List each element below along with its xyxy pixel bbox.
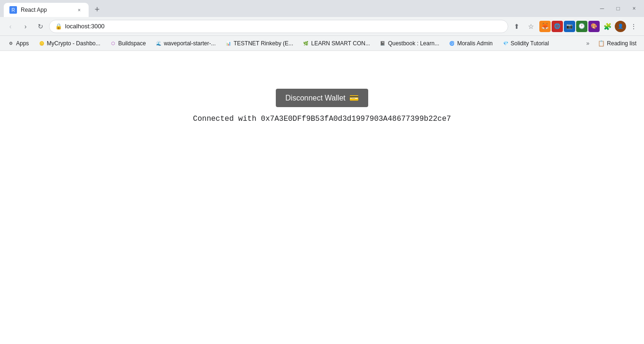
solidity-favicon: 💎	[502, 40, 509, 47]
address-bar[interactable]: 🔒 localhost:3000	[49, 20, 508, 33]
window-controls: ─ □ ×	[596, 2, 640, 15]
share-button[interactable]: ⬆	[510, 20, 523, 33]
more-bookmarks-button[interactable]: »	[584, 39, 593, 48]
nav-actions: ⬆ ☆	[510, 20, 537, 33]
ext5-icon[interactable]: 🎨	[588, 21, 600, 32]
connected-address-text: Connected with 0x7A3E0DFf9B53fA0d3d19979…	[193, 115, 451, 123]
bookmark-buildspace[interactable]: ⬡ Buildspace	[106, 39, 150, 48]
extensions-area: 🦊 🌐 📷 🕐 🎨 🧩 👤 ⋮	[539, 20, 640, 33]
metamask-extension[interactable]: 🦊	[539, 21, 551, 32]
browser-window: R React App × + ─ □ × ‹ › ↻ 🔒 localhost:…	[0, 0, 644, 344]
apps-favicon: ⚙	[8, 40, 14, 47]
buildspace-favicon: ⬡	[110, 40, 116, 47]
ext4-icon[interactable]: 🕐	[576, 21, 587, 32]
bookmark-solidity[interactable]: 💎 Solidity Tutorial	[498, 39, 553, 48]
title-bar: R React App × + ─ □ ×	[0, 0, 644, 17]
active-tab[interactable]: R React App ×	[4, 3, 89, 17]
reload-button[interactable]: ↻	[34, 20, 47, 33]
extensions-menu-button[interactable]: 🧩	[601, 20, 614, 33]
page-content: Disconnect Wallet 💳 Connected with 0x7A3…	[0, 51, 644, 344]
close-button[interactable]: ×	[628, 2, 640, 15]
bookmark-moralis[interactable]: 🌀 Moralis Admin	[445, 39, 496, 48]
forward-button[interactable]: ›	[19, 20, 32, 33]
bookmark-mycrypto[interactable]: 🪙 MyCrypto - Dashbo...	[34, 39, 104, 48]
tab-area: R React App × +	[4, 0, 594, 17]
bookmark-waveportal[interactable]: 🌊 waveportal-starter-...	[151, 39, 219, 48]
bookmark-waveportal-label: waveportal-starter-...	[164, 40, 215, 47]
bookmark-apps[interactable]: ⚙ Apps	[4, 39, 33, 48]
questbook-favicon: 📓	[380, 40, 386, 47]
bookmark-moralis-label: Moralis Admin	[457, 40, 493, 47]
tab-close-button[interactable]: ×	[75, 6, 83, 14]
tab-title: React App	[21, 7, 72, 13]
bookmark-solidity-label: Solidity Tutorial	[511, 40, 549, 47]
reading-list-label: Reading list	[607, 40, 636, 47]
nav-bar: ‹ › ↻ 🔒 localhost:3000 ⬆ ☆ 🦊 🌐 📷 🕐 🎨 🧩 👤…	[0, 17, 644, 36]
lock-icon: 🔒	[55, 23, 62, 30]
learn-smart-favicon: 🌿	[303, 40, 309, 47]
new-tab-button[interactable]: +	[91, 3, 104, 16]
moralis-favicon: 🌀	[449, 40, 455, 47]
profile-avatar[interactable]: 👤	[615, 21, 626, 32]
bookmark-learn-smart[interactable]: 🌿 LEARN SMART CON...	[299, 39, 374, 48]
reading-list-icon: 📋	[598, 40, 605, 47]
bookmark-star-button[interactable]: ☆	[524, 20, 537, 33]
ext3-icon[interactable]: 📷	[564, 21, 575, 32]
bookmark-mycrypto-label: MyCrypto - Dashbo...	[47, 40, 100, 47]
reading-list-button[interactable]: 📋 Reading list	[594, 39, 640, 48]
bookmark-testnet[interactable]: 📊 TESTNET Rinkeby (E...	[222, 39, 297, 48]
disconnect-wallet-button[interactable]: Disconnect Wallet 💳	[276, 89, 368, 107]
maximize-button[interactable]: □	[612, 2, 624, 15]
bookmark-learn-smart-label: LEARN SMART CON...	[311, 40, 370, 47]
bookmark-questbook[interactable]: 📓 Questbook : Learn...	[376, 39, 443, 48]
testnet-favicon: 📊	[225, 40, 232, 47]
minimize-button[interactable]: ─	[596, 2, 608, 15]
mycrypto-favicon: 🪙	[38, 40, 45, 47]
wallet-emoji: 💳	[349, 93, 359, 102]
bookmark-apps-label: Apps	[16, 40, 29, 47]
bookmarks-bar: ⚙ Apps 🪙 MyCrypto - Dashbo... ⬡ Buildspa…	[0, 36, 644, 51]
waveportal-favicon: 🌊	[155, 40, 162, 47]
bookmark-testnet-label: TESTNET Rinkeby (E...	[234, 40, 293, 47]
disconnect-wallet-label: Disconnect Wallet	[285, 94, 345, 102]
chrome-menu-button[interactable]: ⋮	[627, 20, 640, 33]
bookmark-buildspace-label: Buildspace	[118, 40, 146, 47]
back-button[interactable]: ‹	[4, 20, 17, 33]
ext2-icon[interactable]: 🌐	[552, 21, 563, 32]
bookmark-questbook-label: Questbook : Learn...	[388, 40, 439, 47]
tab-favicon: R	[9, 6, 17, 14]
address-text: localhost:3000	[65, 23, 502, 30]
